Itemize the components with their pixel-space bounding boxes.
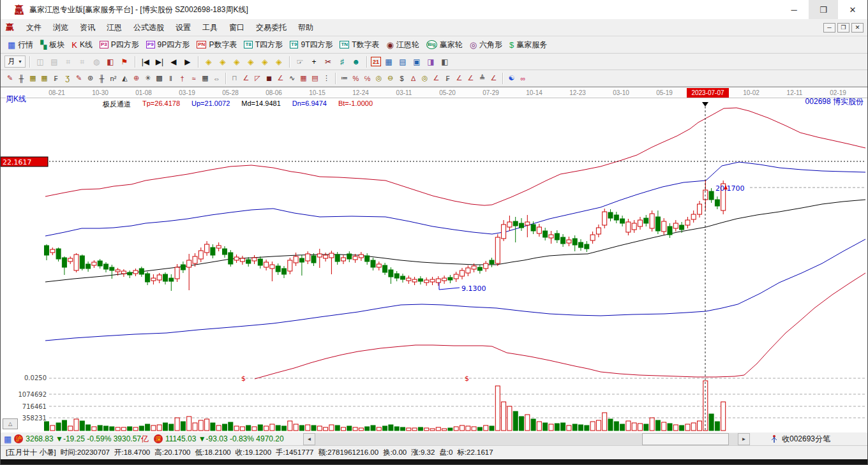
kline-chart-pane[interactable]: 08-2110-3001-0803-1905-2808-0610-1512-24… [1,87,867,432]
draw-tool-icon[interactable]: ⊛ [85,73,96,84]
draw-tool-icon[interactable]: ≔ [339,73,350,84]
print-icon[interactable]: ◧ [438,55,451,68]
close-button[interactable]: ✕ [838,0,867,19]
mdi-restore-button[interactable]: ❐ [837,23,849,33]
draw-tool-icon[interactable]: ≈ [188,73,199,84]
yinyang-icon[interactable]: ☯ [506,73,517,84]
shanghai-index[interactable]: 沪 3268.83 ▼-19.25 -0.59% 3930.57亿 [14,434,149,445]
first-bar-button[interactable]: |◀ [139,55,152,68]
menu-文件[interactable]: 文件 [20,20,47,35]
last-bar-button[interactable]: ▶| [153,55,166,68]
draw-tool-icon[interactable]: % [350,73,361,84]
scroll-left-button[interactable]: ◄ [303,433,315,445]
draw-tool-icon[interactable]: ⊖ [385,73,396,84]
month-period-button[interactable]: 月▼ [4,55,26,68]
horizontal-scrollbar[interactable]: ◄ ► [303,433,750,445]
grid-tool-icon[interactable]: ♯ [336,55,348,68]
draw-tool-icon[interactable]: † [177,73,188,84]
draw-tool-icon[interactable]: ∿ [287,73,297,84]
toolbar-button-六角形[interactable]: ◎六角形 [467,38,505,52]
toolbar-button-K线[interactable]: KK线 [68,38,96,52]
minimize-button[interactable]: ─ [779,0,809,19]
draw-tool-icon[interactable]: ◎ [419,73,430,84]
mail-icon[interactable]: ◨ [424,55,437,68]
notes-icon[interactable]: ▤ [396,55,409,68]
menu-交易委托[interactable]: 交易委托 [250,20,292,35]
shenzhen-index[interactable]: 深 11145.03 ▼-93.03 -0.83% 4970.20 [154,434,284,443]
draw-tool-icon[interactable]: ✎ [4,73,15,84]
draw-tool-icon[interactable]: Ʒ [62,73,73,84]
quote-grid-icon[interactable]: ▦ [4,434,11,444]
scrollbar-thumb[interactable] [642,433,729,445]
gann-diamond-icon[interactable]: ◈ [273,55,285,68]
flag-icon[interactable]: ⚑ [118,55,131,68]
draw-tool-icon[interactable]: ▤ [310,73,320,84]
draw-tool-icon[interactable]: ◭ [119,73,130,84]
collapse-volume-button[interactable]: △ [3,418,18,429]
mdi-minimize-button[interactable]: ─ [823,23,835,33]
draw-tool-icon[interactable]: ∠ [431,73,442,84]
toolbar-button-江恩轮[interactable]: ◉江恩轮 [383,38,422,52]
gann-diamond-icon[interactable]: ◈ [202,55,215,68]
toolbar-button-9T四方形[interactable]: T99T四方形 [287,38,336,52]
draw-tool-icon[interactable]: ∠ [488,73,499,84]
gann-diamond-icon[interactable]: ◈ [230,55,243,68]
draw-tool-icon[interactable]: ⋮ [321,73,332,84]
toolbar-button-赢家服务[interactable]: $赢家服务 [506,38,550,52]
tick-feed[interactable]: 收002693分笔 [770,432,830,445]
draw-tool-icon[interactable]: ℅ [362,73,373,84]
hand-tool-icon[interactable]: ☞ [294,55,306,68]
draw-tool-icon[interactable]: ◎ [373,73,384,84]
toolbar-button-P数字表[interactable]: PNP数字表 [193,38,240,52]
maximize-button[interactable]: ❒ [809,0,838,19]
scroll-right-button[interactable]: ► [738,433,750,445]
draw-tool-icon[interactable]: ▦ [27,73,38,84]
analysis-icon[interactable]: ◧ [104,55,117,68]
mdi-close-button[interactable]: ✕ [851,23,864,33]
draw-tool-icon[interactable]: ǁ [165,73,176,84]
draw-tool-icon[interactable]: ✎ [73,73,84,84]
menu-资讯[interactable]: 资讯 [74,20,101,35]
infinity-icon[interactable]: ∞ [518,73,528,84]
toolbar-button-P四方形[interactable]: P3P四方形 [96,38,142,52]
toolbar-button-T四方形[interactable]: T8T四方形 [241,38,286,52]
menu-浏览[interactable]: 浏览 [47,20,74,35]
faces-tool-icon[interactable]: ☻ [350,55,363,68]
toolbar-button-9P四方形[interactable]: P99P四方形 [143,38,193,52]
draw-tool-icon[interactable]: ⊕ [131,73,142,84]
toolbar-button-赢家轮[interactable]: Big赢家轮 [423,38,466,52]
gann-diamond-icon[interactable]: ◈ [244,55,257,68]
menu-窗口[interactable]: 窗口 [223,20,250,35]
kline-chart-canvas[interactable]: 22.161720.17009.1300$$0.0250107469271646… [1,87,867,432]
calculator-icon[interactable]: ▦ [382,55,395,68]
draw-tool-icon[interactable]: ▦ [39,73,50,84]
gann-diamond-icon[interactable]: ◈ [258,55,271,68]
draw-tool-icon[interactable]: $ [396,73,407,84]
draw-tool-icon[interactable]: ◼ [264,73,274,84]
draw-tool-icon[interactable]: ₣ [442,73,453,84]
toolbar-button-行情[interactable]: ▦行情 [4,38,36,52]
draw-tool-icon[interactable]: ⇔ [211,73,222,84]
menu-设置[interactable]: 设置 [170,20,197,35]
draw-tool-icon[interactable]: ⊓ [229,73,240,84]
menu-江恩[interactable]: 江恩 [101,20,128,35]
draw-tool-icon[interactable]: ∠ [241,73,251,84]
toolbar-button-板块[interactable]: ▚板块 [37,38,68,52]
save-icon[interactable]: ▣ [410,55,423,68]
draw-tool-icon[interactable]: ▦ [298,73,309,84]
crosshair-tool-icon[interactable]: + [308,55,320,68]
toolbar-button-T数字表[interactable]: TNT数字表 [336,38,382,52]
gann-diamond-icon[interactable]: ◈ [216,55,229,68]
draw-tool-icon[interactable]: n² [108,73,119,84]
draw-tool-icon[interactable]: ╫ [96,73,107,84]
next-bar-button[interactable]: ▶ [181,55,194,68]
calendar-icon[interactable]: 21 [371,57,381,66]
menu-帮助[interactable]: 帮助 [292,20,319,35]
draw-tool-icon[interactable]: ∆ [408,73,419,84]
draw-tool-icon[interactable]: ∠ [454,73,465,84]
draw-tool-icon[interactable]: ∠ [465,73,476,84]
draw-tool-icon[interactable]: ✳ [142,73,153,84]
draw-tool-icon[interactable]: ▩ [154,73,165,84]
draw-tool-icon[interactable]: ╫ [16,73,27,84]
scrollbar-track[interactable] [315,433,738,445]
